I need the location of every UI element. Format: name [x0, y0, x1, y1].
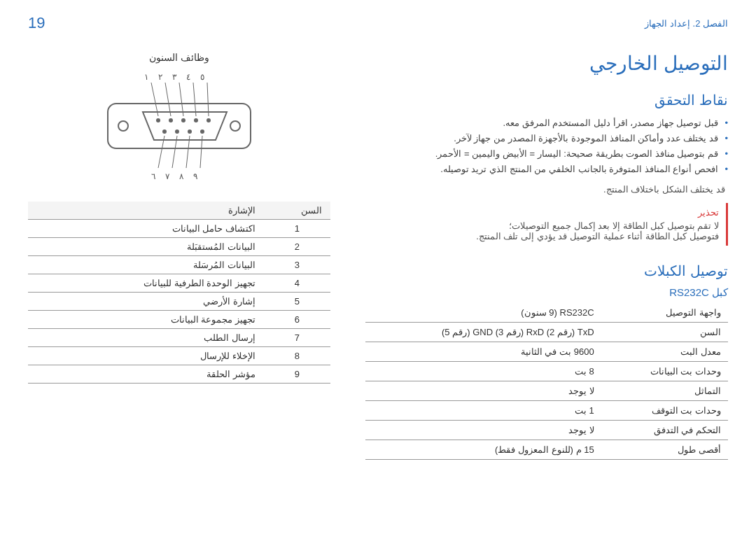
list-item: قد يختلف عدد وأماكن المنافذ الموجودة بال… [365, 131, 728, 146]
warning-title: تحذير [372, 207, 719, 218]
list-item: قم بتوصيل منافذ الصوت بطريقة صحيحة: اليس… [365, 146, 728, 162]
cell-val: 8 بت [365, 362, 601, 381]
table-row: 2البيانات المُستقبَلة [28, 238, 330, 256]
table-row: أقصى طول15 م (للنوع المعزول فقط) [365, 440, 728, 460]
table-row: 9مؤشر الحلقة [28, 365, 330, 384]
breadcrumb: الفصل 2. إعداد الجهاز [645, 18, 728, 29]
svg-point-17 [162, 129, 167, 134]
cell-sig: البيانات المُستقبَلة [28, 238, 264, 256]
svg-text:٨: ٨ [179, 171, 184, 181]
pins-heading: وظائف السنون [28, 52, 330, 63]
page-number: 19 [28, 14, 45, 32]
svg-point-10 [118, 121, 128, 131]
connector-diagram: ١ ٢ ٣ ٤ ٥ [28, 70, 330, 189]
checkpoints-heading: نقاط التحقق [365, 92, 728, 108]
table-row: 3البيانات المُرسَلة [28, 256, 330, 274]
svg-line-5 [151, 83, 158, 116]
table-row: 5إشارة الأرضي [28, 293, 330, 311]
svg-text:٩: ٩ [193, 171, 197, 181]
cell-val: لا يوجد [365, 421, 601, 440]
cell-val: 1 بت [365, 401, 601, 421]
cell-val: RS232C (9 سنون) [365, 303, 601, 323]
side-column: وظائف السنون ١ ٢ ٣ ٤ ٥ [28, 52, 330, 460]
cell-sig: الإخلاء للإرسال [28, 347, 264, 365]
svg-text:١: ١ [144, 72, 148, 82]
svg-point-13 [169, 118, 173, 122]
page-title: التوصيل الخارجي [365, 52, 728, 75]
cell-key: وحدات بت التوقف [601, 401, 728, 421]
table-row: 1اكتشاف حامل البيانات [28, 220, 330, 238]
cell-key: التماثل [601, 381, 728, 401]
th-pin: السن [264, 202, 330, 220]
cell-sig: اكتشاف حامل البيانات [28, 220, 264, 238]
table-row: التماثللا يوجد [365, 381, 728, 401]
table-row: معدل البت9600 بت في الثانية [365, 342, 728, 362]
shape-note: قد يختلف الشكل باختلاف المنتج. [365, 184, 728, 195]
main-column: التوصيل الخارجي نقاط التحقق قبل توصيل جه… [365, 52, 728, 460]
page-header: الفصل 2. إعداد الجهاز 19 [28, 14, 728, 32]
svg-point-20 [200, 129, 204, 134]
page: الفصل 2. إعداد الجهاز 19 التوصيل الخارجي… [0, 0, 756, 534]
table-row: السنTxD (رقم 2) RxD (رقم 3) GND (رقم 5) [365, 323, 728, 342]
cell-pin: 9 [264, 365, 330, 384]
cell-sig: تجهيز مجموعة البيانات [28, 311, 264, 329]
cell-val: 9600 بت في الثانية [365, 342, 601, 362]
cell-pin: 6 [264, 311, 330, 329]
svg-point-15 [194, 118, 198, 122]
cell-sig: إشارة الأرضي [28, 293, 264, 311]
svg-line-8 [193, 83, 196, 116]
cell-key: معدل البت [601, 342, 728, 362]
svg-line-6 [165, 83, 171, 116]
th-sig: الإشارة [28, 202, 264, 220]
cables-heading: توصيل الكبلات [365, 262, 728, 279]
cable-table: واجهة التوصيلRS232C (9 سنون) السنTxD (رق… [365, 303, 728, 460]
checkpoints-list: قبل توصيل جهاز مصدر، اقرأ دليل المستخدم … [365, 115, 728, 177]
table-row: التحكم في التدفقلا يوجد [365, 421, 728, 440]
cell-pin: 1 [264, 220, 330, 238]
cell-sig: مؤشر الحلقة [28, 365, 264, 384]
cell-sig: إرسال الطلب [28, 329, 264, 347]
svg-point-11 [230, 121, 240, 131]
warning-line: فتوصيل كبل الطاقة أثناء عملية التوصيل قد… [372, 231, 719, 241]
svg-text:٥: ٥ [200, 72, 204, 82]
table-row: 7إرسال الطلب [28, 329, 330, 347]
cell-key: واجهة التوصيل [601, 303, 728, 323]
cable-subheading: كبل RS232C [365, 286, 728, 299]
table-row: واجهة التوصيلRS232C (9 سنون) [365, 303, 728, 323]
svg-text:٤: ٤ [186, 72, 190, 82]
cell-pin: 8 [264, 347, 330, 365]
cell-val: TxD (رقم 2) RxD (رقم 3) GND (رقم 5) [365, 323, 601, 342]
svg-line-7 [179, 83, 183, 116]
table-row: وحدات بت البيانات8 بت [365, 362, 728, 381]
list-item: قبل توصيل جهاز مصدر، اقرأ دليل المستخدم … [365, 115, 728, 131]
table-row: 8الإخلاء للإرسال [28, 347, 330, 365]
svg-text:٧: ٧ [165, 171, 170, 181]
cell-val: لا يوجد [365, 381, 601, 401]
svg-text:٣: ٣ [172, 72, 177, 82]
cell-sig: تجهيز الوحدة الطرفية للبيانات [28, 274, 264, 293]
pins-table: السن الإشارة 1اكتشاف حامل البيانات 2البي… [28, 202, 330, 384]
svg-point-19 [188, 129, 192, 134]
table-row: 6تجهيز مجموعة البيانات [28, 311, 330, 329]
cell-pin: 5 [264, 293, 330, 311]
cell-key: وحدات بت البيانات [601, 362, 728, 381]
cell-pin: 7 [264, 329, 330, 347]
svg-point-12 [156, 118, 160, 122]
table-row: 4تجهيز الوحدة الطرفية للبيانات [28, 274, 330, 293]
cell-pin: 4 [264, 274, 330, 293]
svg-point-16 [206, 118, 211, 122]
svg-line-9 [207, 83, 209, 116]
svg-point-14 [181, 118, 186, 122]
cell-key: أقصى طول [601, 440, 728, 460]
table-row: وحدات بت التوقف1 بت [365, 401, 728, 421]
svg-text:٦: ٦ [151, 171, 155, 181]
svg-point-18 [175, 129, 179, 134]
cell-pin: 2 [264, 238, 330, 256]
warning-line: لا تقم بتوصيل كبل الطاقة إلا بعد إكمال ج… [372, 220, 719, 231]
svg-text:٢: ٢ [158, 72, 162, 82]
warning-box: تحذير لا تقم بتوصيل كبل الطاقة إلا بعد إ… [365, 203, 728, 246]
cell-key: السن [601, 323, 728, 342]
cell-pin: 3 [264, 256, 330, 274]
list-item: افحص أنواع المنافذ المتوفرة بالجانب الخل… [365, 162, 728, 177]
cell-key: التحكم في التدفق [601, 421, 728, 440]
